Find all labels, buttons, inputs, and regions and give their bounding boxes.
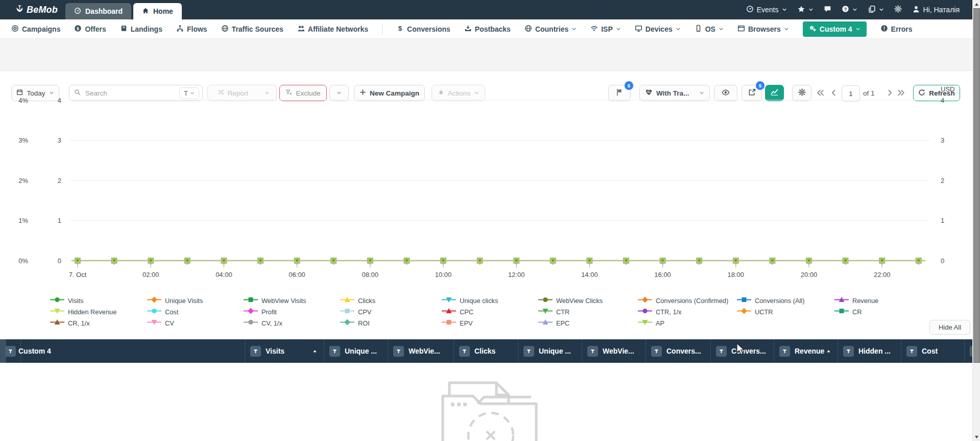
legend-item-visits[interactable]: Visits (50, 295, 83, 306)
legend-item-revenue[interactable]: Revenue (834, 295, 878, 306)
table-header-cell-hidden[interactable]: Hidden ... (838, 339, 901, 363)
nav-item-conversions[interactable]: $Conversions (396, 25, 450, 34)
table-header-cell-partial[interactable] (0, 339, 21, 363)
column-filter-icon[interactable] (906, 346, 917, 357)
legend-item-ctr[interactable]: CTR (538, 307, 569, 317)
legend-item-webview-visits[interactable]: WebView Visits (243, 295, 306, 306)
legend-item-conversions-confirmed[interactable]: Conversions (Confirmed) (637, 295, 728, 306)
nav-item-isp[interactable]: ISP (590, 25, 621, 34)
column-filter-icon[interactable] (843, 346, 854, 357)
legend-item-webview-clicks[interactable]: WebView Clicks (538, 295, 603, 306)
legend-item-roi[interactable]: ROI (340, 318, 370, 328)
table-header-cell-profit[interactable]: Profit (965, 339, 973, 363)
legend-item-uctr[interactable]: UCTR (736, 307, 773, 317)
settings-button[interactable] (894, 5, 902, 14)
topbar: BeMob Dashboard Home Events ? (0, 0, 980, 19)
favorites-menu[interactable] (797, 5, 814, 15)
column-filter-icon[interactable] (250, 346, 261, 357)
bemob-logo[interactable]: BeMob (15, 3, 58, 16)
data-point-marker (221, 258, 227, 265)
bullseye-icon (11, 25, 19, 34)
column-filter-icon[interactable] (651, 346, 662, 357)
hide-all-button[interactable]: Hide All (929, 320, 970, 335)
nav-item-custom-4[interactable]: Custom 4 (803, 21, 867, 37)
table-header-cell-revenue[interactable]: Revenue (774, 339, 838, 363)
nav-item-campaigns[interactable]: Campaigns (11, 25, 60, 34)
table-header-cell-clicks[interactable]: Clicks (454, 339, 518, 363)
table-header-cell-convers[interactable]: Convers... (646, 339, 711, 363)
x-tick-label: 7. Oct (69, 271, 87, 278)
scroll-down-button[interactable] (973, 433, 980, 441)
legend-item-cpc[interactable]: CPC (441, 307, 473, 317)
nav-item-affiliate-networks[interactable]: Affiliate Networks (297, 25, 368, 34)
legend-item-unique-clicks[interactable]: Unique clicks (441, 295, 498, 306)
column-filter-icon[interactable] (5, 346, 16, 357)
legend-item-hidden-revenue[interactable]: Hidden Revenue (50, 307, 116, 317)
legend-item-cost[interactable]: Cost (147, 307, 178, 317)
nav-item-devices[interactable]: Devices (635, 25, 681, 34)
nav-item-browsers[interactable]: Browsers (737, 25, 789, 34)
column-filter-icon[interactable] (329, 346, 340, 357)
pages-icon (868, 5, 876, 15)
legend-item-unique-visits[interactable]: Unique Visits (147, 295, 203, 306)
workspaces-menu[interactable] (868, 5, 884, 15)
help-menu[interactable]: ? (842, 5, 857, 14)
legend-marker-icon (736, 307, 752, 317)
legend-item-cr[interactable]: CR (834, 307, 862, 317)
gears-icon (809, 25, 817, 34)
data-point-marker (623, 258, 629, 265)
legend-item-epv[interactable]: EPV (441, 318, 473, 328)
legend-item-profit[interactable]: Profit (243, 307, 277, 317)
table-header-cell-webvie[interactable]: WebVie... (388, 339, 454, 363)
legend-item-ctr-1-x[interactable]: CTR, 1/x (637, 307, 681, 317)
error-icon (880, 25, 888, 34)
nav-item-errors[interactable]: Errors (880, 25, 913, 34)
axis-label-percent: 2% (18, 177, 28, 184)
nav-item-postbacks[interactable]: Postbacks (464, 25, 511, 34)
column-filter-icon[interactable] (393, 346, 404, 357)
table-header-cell-webvie[interactable]: WebVie... (582, 339, 646, 363)
table-header-cell-unique[interactable]: Unique ... (518, 339, 582, 363)
vertical-scrollbar[interactable] (972, 0, 980, 441)
legend-item-ap[interactable]: AP (637, 318, 664, 328)
legend-item-clicks[interactable]: Clicks (340, 295, 375, 306)
column-filter-icon[interactable] (523, 346, 534, 357)
tab-dashboard[interactable]: Dashboard (65, 3, 131, 19)
scrollbar-thumb[interactable] (973, 8, 980, 363)
mobile-icon (695, 25, 702, 34)
nav-item-offers[interactable]: $Offers (74, 25, 106, 34)
table-header-cell-unique[interactable]: Unique ... (324, 339, 388, 363)
bemob-logo-icon (15, 4, 24, 15)
legend-item-epc[interactable]: EPC (538, 318, 569, 328)
column-filter-icon[interactable] (779, 346, 790, 357)
column-filter-icon[interactable] (716, 346, 727, 357)
topbar-right: Events ? Hi, Наталі (746, 0, 960, 19)
legend-item-cv[interactable]: CV (147, 318, 174, 328)
legend-item-cr-1-x[interactable]: CR, 1/x (50, 318, 90, 328)
legend-item-cpv[interactable]: CPV (340, 307, 371, 317)
table-header-cell-visits[interactable]: Visits (245, 339, 324, 363)
scroll-up-button[interactable] (973, 0, 980, 8)
feedback-button[interactable] (824, 5, 831, 14)
nav-item-os[interactable]: OS (695, 25, 724, 34)
nav-item-traffic-sources[interactable]: Traffic Sources (221, 25, 283, 34)
legend-item-conversions-all[interactable]: Conversions (All) (736, 295, 804, 306)
column-filter-icon[interactable] (459, 346, 470, 357)
tab-home[interactable]: Home (133, 3, 182, 19)
table-header-label: Convers... (666, 347, 701, 355)
legend-label: CV, 1/x (261, 319, 282, 327)
nav-item-label: Postbacks (475, 25, 511, 33)
nav-item-label: Custom 4 (820, 25, 852, 33)
nav-item-landings[interactable]: Landings (120, 25, 162, 34)
table-header-cell-cost[interactable]: Cost (901, 339, 965, 363)
axis-label-percent: 4% (18, 97, 28, 104)
nav-item-countries[interactable]: Countries (524, 25, 577, 34)
events-menu[interactable]: Events (746, 5, 787, 14)
column-filter-icon[interactable] (587, 346, 598, 357)
nav-item-flows[interactable]: Flows (176, 25, 207, 34)
data-point-marker (294, 258, 300, 265)
legend-marker-icon (441, 295, 457, 306)
table-header-cell-custom-4[interactable]: Custom 4 (6, 339, 245, 363)
user-menu[interactable]: Hi, Наталія (912, 5, 960, 15)
legend-item-cv-1-x[interactable]: CV, 1/x (243, 318, 282, 328)
